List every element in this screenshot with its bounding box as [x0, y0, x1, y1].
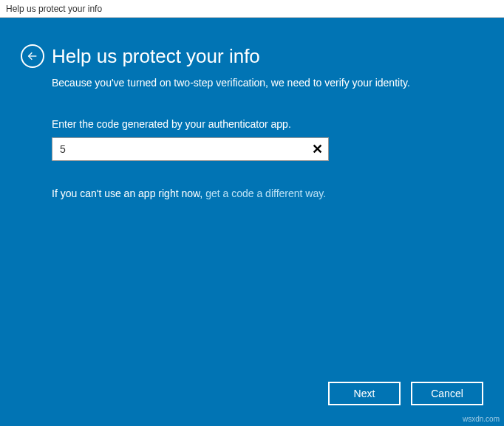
clear-input-button[interactable]: ✕	[310, 142, 324, 157]
cancel-button[interactable]: Cancel	[411, 382, 483, 405]
header-row: Help us protect your info	[21, 44, 474, 68]
window-title: Help us protect your info	[6, 4, 102, 14]
code-input[interactable]	[52, 137, 329, 161]
window-titlebar: Help us protect your info	[0, 0, 504, 18]
watermark: wsxdn.com	[463, 415, 500, 423]
page-heading: Help us protect your info	[52, 46, 260, 67]
back-button[interactable]	[21, 44, 44, 68]
help-prefix: If you can't use an app right now,	[52, 188, 205, 199]
help-line: If you can't use an app right now, get a…	[52, 188, 474, 199]
main-panel: Help us protect your info Because you've…	[0, 18, 504, 426]
footer-buttons: Next Cancel	[328, 382, 483, 405]
code-input-label: Enter the code generated by your authent…	[52, 118, 474, 130]
content-area: Because you've turned on two-step verifi…	[21, 77, 474, 199]
get-code-different-way-link[interactable]: get a code a different way.	[205, 188, 326, 199]
back-arrow-icon	[27, 50, 38, 62]
code-input-wrap: ✕	[52, 137, 329, 161]
next-button[interactable]: Next	[328, 382, 401, 405]
page-subtitle: Because you've turned on two-step verifi…	[52, 77, 474, 89]
close-icon: ✕	[312, 142, 323, 156]
